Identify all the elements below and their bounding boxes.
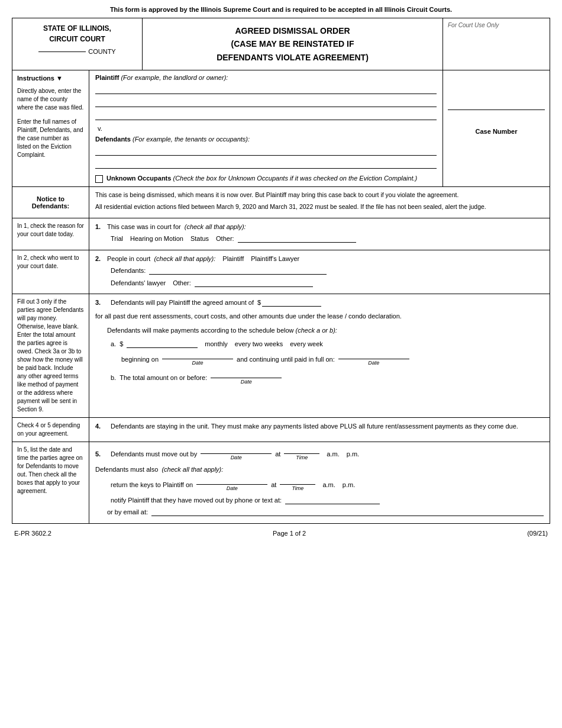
item5-moveout-date-field[interactable]: [201, 446, 272, 454]
v-separator: v.: [98, 125, 437, 132]
item3a-weekly-label: every week: [290, 339, 323, 349]
item5-also-row: Defendants must also (check all that app…: [95, 465, 544, 475]
item5-date-label: Date: [231, 454, 242, 462]
item2-italic: (check all that apply):: [154, 254, 215, 264]
defendant-field-1[interactable]: [95, 145, 437, 156]
main-title: AGREED DISMISSAL ORDER (CASE MAY BE REIN…: [148, 24, 437, 64]
item5-keys-date-label: Date: [227, 485, 238, 493]
item3b-text: The total amount on or before:: [119, 373, 207, 383]
state-title: STATE OF ILLINOIS, CIRCUIT COURT: [18, 23, 136, 44]
item5-time-field[interactable]: [284, 446, 319, 454]
item1-number: 1.: [95, 222, 104, 232]
item5-also-italic: (check all that apply):: [162, 465, 223, 475]
unknown-occupants-checkbox[interactable]: [95, 175, 103, 183]
notice-line-2: All residential eviction actions filed b…: [95, 202, 544, 212]
item1-hearing-label: Hearing on Motion: [130, 234, 183, 244]
item2-number: 2.: [95, 254, 104, 264]
item2-other-label: Other:: [173, 278, 191, 288]
item1-options: Trial Hearing on Motion Status Other:: [107, 234, 544, 244]
item3a-date-label: Date: [192, 359, 204, 368]
item3a-dates-row: beginning on Date and continuing until p…: [121, 351, 544, 368]
item3a-amount-field[interactable]: [127, 340, 198, 348]
defendant-label: Defendants (For example, the tenants or …: [95, 136, 437, 143]
item5-row: 5. Defendants must move out by Date at T…: [95, 446, 544, 462]
header-center: AGREED DISMISSAL ORDER (CASE MAY BE REIN…: [143, 18, 443, 70]
item5-keys-time-field[interactable]: [280, 476, 315, 485]
item2-plaintifflawyer-label: Plaintiff's Lawyer: [251, 254, 299, 264]
item1-prefix: This case was in court for: [107, 222, 181, 232]
item2-defendants-field[interactable]: [149, 266, 327, 275]
court-use-only: For Court Use Only: [443, 18, 550, 70]
unknown-occupants-text: Unknown Occupants (Check the box for Unk…: [106, 175, 417, 182]
instructions-col: Instructions ▼ Directly above, enter the…: [12, 70, 89, 186]
item4-row: 4. Defendants are staying in the unit. T…: [95, 421, 544, 431]
item1-other-label: Other:: [216, 234, 234, 244]
unknown-occupants-row: Unknown Occupants (Check the box for Unk…: [95, 175, 437, 183]
item5-phone-text: notify Plaintiff that they have moved ou…: [111, 495, 282, 505]
defendant-field-2[interactable]: [95, 158, 437, 169]
item3a-date2-label: Date: [368, 359, 379, 368]
item3a-end-date-field[interactable]: [338, 351, 409, 359]
item3b-date-label: Date: [241, 378, 252, 386]
item2-defendants-row: Defendants:: [107, 266, 544, 276]
item3a-label: a.: [111, 339, 116, 349]
item5-keys-time-label: Time: [292, 485, 303, 493]
plaintiff-field-1[interactable]: [95, 83, 437, 94]
item5-sub1-row: return the keys to Plaintiff on Date at …: [107, 476, 544, 493]
item5-keys-date-field[interactable]: [196, 476, 267, 485]
item3a-row: a. $ monthly every two weeks every week: [107, 339, 544, 349]
dollar-sign: $: [257, 298, 261, 308]
item1-other-field[interactable]: [238, 234, 356, 243]
notice-label: Notice to Defendants:: [12, 187, 89, 218]
item2-row: 2. People in court (check all that apply…: [95, 254, 544, 264]
item5-sub3-row: or by email at:: [107, 507, 544, 517]
item3a-begin-date-field[interactable]: [162, 351, 233, 359]
item1-italic: (check all that apply):: [185, 222, 246, 232]
notice-content: This case is being dismissed, which mean…: [89, 187, 550, 218]
item5-at: at: [275, 449, 280, 459]
plaintiff-label: Plaintiff (For example, the landlord or …: [95, 74, 437, 81]
item3-schedule-label: Defendants will make payments according …: [107, 327, 294, 334]
item2-prefix: People in court: [107, 254, 150, 264]
item1-trial-label: Trial: [111, 234, 123, 244]
item4-instruction: Check 4 or 5 depending on your agreement…: [12, 418, 89, 442]
item3-text2: for all past due rent assessments, court…: [95, 311, 402, 321]
instruction-text-1: Directly above, enter the name of the co…: [17, 87, 84, 112]
item5-keys-am-label: a.m.: [322, 480, 335, 490]
item3-schedule-italic: (check a or b):: [296, 327, 337, 334]
item5-am-label: a.m.: [327, 449, 339, 459]
item2-content: 2. People in court (check all that apply…: [89, 250, 550, 294]
item3-number: 3.: [95, 298, 104, 308]
item2-deflawyer-label: Defendants' lawyer: [111, 278, 166, 288]
item4-text: Defendants are staying in the unit. They…: [111, 421, 518, 431]
item2-defendants-label: Defendants:: [111, 266, 146, 276]
item5-phone-field[interactable]: [285, 496, 380, 504]
footer: E-PR 3602.2 Page 1 of 2 (09/21): [12, 526, 550, 540]
item3a-biweekly-label: every two weeks: [235, 339, 283, 349]
item2-other-field[interactable]: [195, 279, 313, 287]
item3b-label: b.: [111, 373, 116, 383]
item3-instruction: Fill out 3 only if the parties agree Def…: [12, 294, 89, 417]
footer-page: Page 1 of 2: [273, 530, 306, 537]
item3b-date-field[interactable]: [211, 370, 282, 378]
item5-sub2-row: notify Plaintiff that they have moved ou…: [107, 495, 544, 505]
item1-row: 1. This case was in court for (check all…: [95, 222, 544, 232]
plaintiff-field-3[interactable]: [95, 109, 437, 120]
notice-line-1: This case is being dismissed, which mean…: [95, 191, 544, 200]
plaintiff-content: Plaintiff (For example, the landlord or …: [89, 70, 443, 186]
item5-text1: Defendants must move out by: [111, 449, 197, 459]
item1-status-label: Status: [190, 234, 209, 244]
item5-email-field[interactable]: [151, 508, 544, 516]
item5-content: 5. Defendants must move out by Date at T…: [89, 442, 550, 523]
item5-instruction: In 5, list the date and time the parties…: [12, 442, 89, 523]
header-left: STATE OF ILLINOIS, CIRCUIT COURT COUNTY: [12, 18, 143, 70]
plaintiff-field-2[interactable]: [95, 96, 437, 107]
item5-number: 5.: [95, 449, 104, 459]
item3-content: 3. Defendants will pay Plaintiff the agr…: [89, 294, 550, 417]
top-notice: This form is approved by the Illinois Su…: [12, 6, 550, 13]
item5-also-label: Defendants must also: [95, 465, 158, 475]
county-line: COUNTY: [18, 48, 136, 55]
item4-number: 4.: [95, 421, 104, 431]
case-number-label: Case Number: [448, 128, 545, 135]
item3-amount-field[interactable]: [262, 298, 321, 307]
